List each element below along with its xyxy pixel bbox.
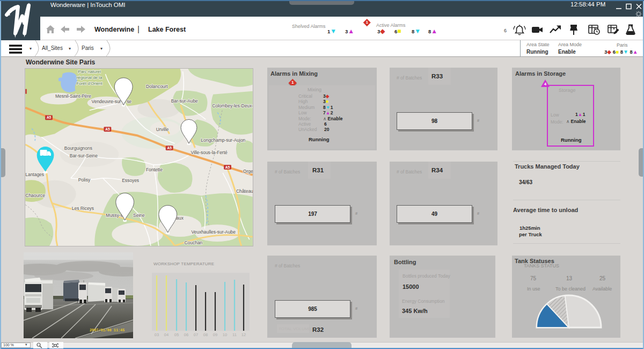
svg-text:12: 12: [241, 332, 246, 337]
svg-text:Forêt d'Orient: Forêt d'Orient: [76, 81, 103, 86]
svg-text:Parc naturel: Parc naturel: [78, 69, 101, 74]
svg-text:Seine: Seine: [133, 213, 145, 218]
svg-text:06: 06: [184, 332, 188, 337]
svg-text:Chaource: Chaource: [25, 193, 45, 198]
svg-text:Mesnil-Saint-Père: Mesnil-Saint-Père: [55, 93, 91, 99]
svg-text:Châteauvi: Châteauvi: [236, 188, 253, 194]
svg-text:Veuxhaulles-sur-Aube: Veuxhaulles-sur-Aube: [191, 229, 236, 235]
svg-text:Essoyes: Essoyes: [122, 178, 139, 183]
svg-text:05: 05: [174, 332, 179, 337]
svg-text:Les Riceys: Les Riceys: [72, 206, 94, 211]
svg-text:A5: A5: [105, 127, 110, 131]
svg-text:se: se: [127, 99, 131, 104]
svg-text:04: 04: [164, 332, 169, 337]
svg-text:09: 09: [213, 332, 217, 337]
svg-text:Colombey-les-Deux-É: Colombey-les-Deux-É: [212, 103, 253, 108]
svg-text:08: 08: [203, 332, 208, 337]
svg-text:Bar-sur-Aube: Bar-sur-Aube: [171, 98, 198, 104]
svg-text:2007/01/08 11:45: 2007/01/08 11:45: [90, 328, 125, 332]
svg-text:Orge: Orge: [243, 169, 253, 174]
svg-text:Longchamp-sur-Aujon: Longchamp-sur-Aujon: [201, 137, 245, 143]
svg-text:régional de la: régional de la: [77, 75, 103, 80]
svg-text:Couchan: Couchan: [184, 240, 202, 245]
svg-text:Dolancourt: Dolancourt: [146, 84, 168, 89]
svg-text:10: 10: [223, 332, 227, 337]
svg-text:A5: A5: [225, 165, 230, 169]
svg-text:A5: A5: [47, 115, 52, 119]
svg-text:Fontette: Fontette: [146, 167, 163, 172]
svg-text:07: 07: [194, 332, 198, 337]
svg-text:Ville-sous-la-Ferté: Ville-sous-la-Ferté: [191, 150, 228, 155]
svg-text:Polisy: Polisy: [78, 177, 91, 183]
svg-text:Bourguignons: Bourguignons: [64, 146, 92, 151]
svg-text:11: 11: [232, 332, 237, 337]
svg-text:Lantages: Lantages: [25, 172, 44, 177]
svg-text:Urville: Urville: [156, 127, 169, 132]
svg-text:03: 03: [155, 332, 159, 337]
svg-text:A5: A5: [167, 146, 172, 150]
svg-text:Bar-sur-Seine: Bar-sur-Seine: [70, 153, 98, 158]
